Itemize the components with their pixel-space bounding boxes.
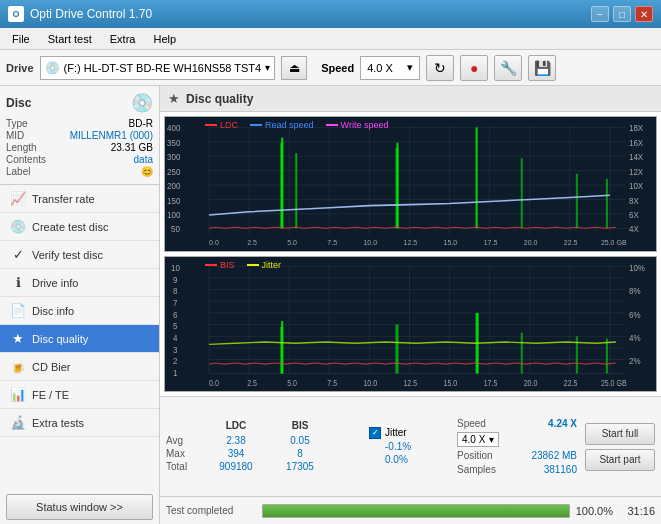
sidebar-item-disc-info[interactable]: 📄 Disc info (0, 297, 159, 325)
title-bar: O Opti Drive Control 1.70 − □ ✕ (0, 0, 661, 28)
sidebar-item-fe-te[interactable]: 📊 FE / TE (0, 381, 159, 409)
record-button[interactable]: ● (460, 55, 488, 81)
cd-bier-label: CD Bier (32, 361, 71, 373)
disc-contents-row: Contents data (6, 154, 153, 165)
svg-rect-52 (476, 127, 478, 228)
sidebar-item-transfer-rate[interactable]: 📈 Transfer rate (0, 185, 159, 213)
svg-text:22.5: 22.5 (564, 239, 578, 247)
status-window-button[interactable]: Status window >> (6, 494, 153, 520)
start-part-button[interactable]: Start part (585, 449, 655, 471)
stats-bar: LDC BIS Avg 2.38 0.05 Max 394 8 Total 90… (160, 396, 661, 496)
svg-text:7.5: 7.5 (327, 379, 337, 389)
disc-label-key: Label (6, 166, 30, 177)
save-button[interactable]: 💾 (528, 55, 556, 81)
bis-legend-label: BIS (220, 260, 235, 270)
svg-text:25.0 GB: 25.0 GB (601, 379, 627, 389)
max-label: Max (166, 448, 202, 459)
minimize-button[interactable]: − (591, 6, 609, 22)
main-layout: Disc 💿 Type BD-R MID MILLENMR1 (000) Len… (0, 86, 661, 524)
eject-button[interactable]: ⏏ (281, 56, 307, 80)
menu-bar: File Start test Extra Help (0, 28, 661, 50)
svg-text:0.0: 0.0 (209, 239, 219, 247)
sidebar-item-verify-test-disc[interactable]: ✓ Verify test disc (0, 241, 159, 269)
svg-rect-0 (165, 117, 656, 251)
ldc-legend-label: LDC (220, 120, 238, 130)
toolbar: Drive 💿 (F:) HL-DT-ST BD-RE WH16NS58 TST… (0, 50, 661, 86)
drive-info-icon: ℹ (10, 275, 26, 290)
svg-rect-49 (295, 153, 297, 228)
menu-help[interactable]: Help (145, 31, 184, 47)
progress-time: 31:16 (619, 505, 655, 517)
svg-text:50: 50 (171, 225, 180, 234)
sidebar-item-create-test-disc[interactable]: 💿 Create test disc (0, 213, 159, 241)
chart1-legend: LDC Read speed Write speed (205, 120, 388, 130)
app-icon: O (8, 6, 24, 22)
sidebar-item-disc-quality[interactable]: ★ Disc quality (0, 325, 159, 353)
svg-text:8: 8 (173, 286, 178, 297)
disc-panel-header: Disc 💿 (6, 92, 153, 114)
svg-rect-51 (396, 143, 398, 229)
drive-label: Drive (6, 62, 34, 74)
svg-text:7: 7 (173, 297, 178, 308)
drive-select[interactable]: 💿 (F:) HL-DT-ST BD-RE WH16NS58 TST4 ▾ (40, 56, 276, 80)
jitter-max: 0.0% (385, 454, 449, 465)
settings-button[interactable]: 🔧 (494, 55, 522, 81)
verify-test-disc-label: Verify test disc (32, 249, 103, 261)
disc-length-key: Length (6, 142, 37, 153)
stats-total-row: Total 909180 17305 (166, 461, 361, 472)
sidebar-item-cd-bier[interactable]: 🍺 CD Bier (0, 353, 159, 381)
legend-jitter: Jitter (247, 260, 282, 270)
stats-header: LDC BIS (166, 420, 361, 431)
speed-select-val: 4.0 X (462, 434, 485, 445)
svg-text:4: 4 (173, 332, 178, 343)
chart2-svg: 10 9 8 7 6 5 4 3 2 1 10% 8% 6% 4% 2% (165, 257, 656, 391)
legend-write-speed: Write speed (326, 120, 389, 130)
svg-text:6X: 6X (629, 211, 639, 220)
speed-dropdown[interactable]: 4.0 X ▾ (457, 432, 499, 447)
legend-read-speed: Read speed (250, 120, 314, 130)
svg-text:5.0: 5.0 (287, 379, 297, 389)
svg-text:4X: 4X (629, 225, 639, 234)
progress-area: Test completed 100.0% 31:16 (160, 496, 661, 524)
svg-text:5: 5 (173, 321, 178, 332)
avg-label: Avg (166, 435, 202, 446)
content-area: ★ Disc quality LDC Read speed (160, 86, 661, 524)
fe-te-label: FE / TE (32, 389, 69, 401)
speed-select-arrow: ▾ (489, 434, 494, 445)
speed-select[interactable]: 4.0 X ▾ (360, 56, 420, 80)
svg-text:100: 100 (167, 211, 181, 220)
transfer-rate-label: Transfer rate (32, 193, 95, 205)
progress-bar-fill (263, 505, 569, 517)
svg-text:2%: 2% (629, 356, 641, 367)
disc-label-row: Label 😊 (6, 166, 153, 177)
position-val: 23862 MB (531, 450, 577, 461)
refresh-button[interactable]: ↻ (426, 55, 454, 81)
write-speed-legend-label: Write speed (341, 120, 389, 130)
content-header-icon: ★ (168, 91, 180, 106)
col-bis: BIS (270, 420, 330, 431)
ldc-legend-dot (205, 124, 217, 126)
disc-type-val: BD-R (129, 118, 153, 129)
svg-text:17.5: 17.5 (484, 379, 498, 389)
disc-icon[interactable]: 💿 (131, 92, 153, 114)
stats-avg-row: Avg 2.38 0.05 (166, 435, 361, 446)
menu-extra[interactable]: Extra (102, 31, 144, 47)
svg-text:12.5: 12.5 (403, 379, 417, 389)
menu-file[interactable]: File (4, 31, 38, 47)
menu-start-test[interactable]: Start test (40, 31, 100, 47)
svg-text:22.5: 22.5 (564, 379, 578, 389)
max-ldc: 394 (206, 448, 266, 459)
extra-tests-label: Extra tests (32, 417, 84, 429)
svg-rect-55 (606, 179, 608, 228)
sidebar-item-drive-info[interactable]: ℹ Drive info (0, 269, 159, 297)
close-button[interactable]: ✕ (635, 6, 653, 22)
svg-text:17.5: 17.5 (484, 239, 498, 247)
start-full-button[interactable]: Start full (585, 423, 655, 445)
title-bar-left: O Opti Drive Control 1.70 (8, 6, 152, 22)
svg-text:2.5: 2.5 (247, 379, 257, 389)
speed-select-row[interactable]: 4.0 X ▾ (457, 432, 577, 447)
sidebar-item-extra-tests[interactable]: 🔬 Extra tests (0, 409, 159, 437)
svg-text:14X: 14X (629, 153, 644, 162)
maximize-button[interactable]: □ (613, 6, 631, 22)
jitter-checkbox[interactable]: ✓ (369, 427, 381, 439)
